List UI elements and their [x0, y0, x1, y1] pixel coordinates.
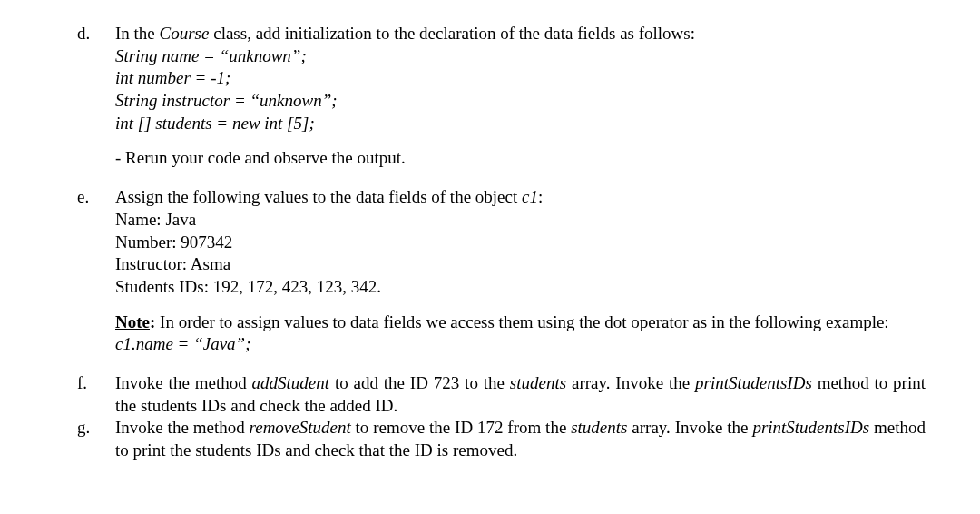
item-body: In the Course class, add initialization …: [115, 23, 926, 170]
item-marker: e.: [77, 186, 115, 356]
array-students: students: [510, 373, 566, 392]
list-item-g: g. Invoke the method removeStudent to re…: [77, 417, 926, 461]
text: array. Invoke the: [566, 373, 695, 392]
list-item-f: f. Invoke the method addStudent to add t…: [77, 372, 926, 417]
text: :: [538, 187, 543, 206]
code-line: int [] students = new int [5];: [115, 113, 926, 135]
method-printstudentsids: printStudentsIDs: [695, 373, 812, 392]
field-number: Number: 907342: [115, 232, 926, 254]
item-body: Invoke the method removeStudent to remov…: [115, 417, 926, 461]
list-item-d: d. In the Course class, add initializati…: [77, 23, 926, 170]
note-text: In order to assign values to data fields…: [155, 312, 888, 331]
text: class, add initialization to the declara…: [209, 24, 695, 43]
code-line: int number = -1;: [115, 67, 926, 90]
item-body: Assign the following values to the data …: [115, 186, 926, 356]
field-name: Name: Java: [115, 209, 926, 232]
code-line: String name = “unknown”;: [115, 45, 926, 68]
course-class-name: Course: [160, 24, 210, 43]
array-students: students: [571, 418, 627, 437]
method-removestudent: removeStudent: [250, 418, 351, 437]
note-block: Note: In order to assign values to data …: [115, 311, 926, 334]
field-students: Students IDs: 192, 172, 423, 123, 342.: [115, 276, 926, 299]
text: to add the ID 723 to the: [329, 373, 510, 392]
note-label: Note: [115, 312, 150, 331]
note-code: c1.name = “Java”;: [115, 333, 926, 356]
method-printstudentsids: printStudentsIDs: [752, 418, 869, 437]
item-d-intro: In the Course class, add initialization …: [115, 23, 926, 45]
rerun-note: - Rerun your code and observe the output…: [115, 147, 926, 170]
item-e-intro: Assign the following values to the data …: [115, 186, 926, 209]
item-marker: d.: [77, 23, 115, 170]
item-marker: g.: [77, 417, 115, 461]
text: to remove the ID 172 from the: [351, 418, 571, 437]
code-line: String instructor = “unknown”;: [115, 90, 926, 113]
list-item-e: e. Assign the following values to the da…: [77, 186, 926, 356]
text: In the: [115, 24, 160, 43]
item-body: Invoke the method addStudent to add the …: [115, 372, 926, 417]
field-instructor: Instructor: Asma: [115, 253, 926, 276]
item-marker: f.: [77, 372, 115, 417]
text: array. Invoke the: [627, 418, 752, 437]
text: Assign the following values to the data …: [115, 187, 522, 206]
method-addstudent: addStudent: [252, 373, 330, 392]
text: Invoke the method: [115, 418, 250, 437]
text: Invoke the method: [115, 373, 252, 392]
object-c1: c1: [522, 187, 538, 206]
